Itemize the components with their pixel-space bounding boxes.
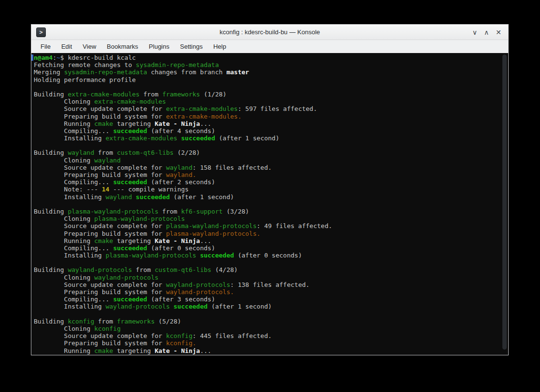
terminal-text-segment: : 138 files affected. (230, 281, 309, 288)
terminal-text-segment: (after 2 seconds) (147, 178, 215, 186)
terminal-text-segment: from (94, 318, 117, 325)
terminal-text-segment: Preparing build system for (34, 230, 166, 237)
terminal-text-segment: succeeded (200, 252, 234, 259)
terminal-text-segment: Building (34, 149, 68, 156)
terminal-text-segment: plasma-wayland-protocols (106, 252, 196, 259)
menu-bookmarks[interactable]: Bookmarks (101, 40, 143, 54)
terminal-text-segment: (2/28) (174, 149, 200, 156)
terminal-output-area[interactable]: n@am4:~$ kdesrc-build kcalcFetching remo… (31, 53, 508, 355)
terminal-text-segment: plasma-wayland-protocols (94, 215, 185, 222)
terminal-text-segment: extra-cmake-modules. (166, 113, 242, 120)
terminal-text-segment: frameworks (162, 91, 200, 98)
terminal-line: Running cmake targeting Kate - Ninja... (34, 237, 500, 244)
terminal-text-segment: kconfig (94, 325, 121, 332)
titlebar[interactable]: > kconfig : kdesrc-build-bu — Konsole ∨∧… (31, 25, 508, 40)
terminal-text-segment: targeting (113, 120, 154, 127)
terminal-text-segment: Kate - Ninja (154, 237, 200, 244)
menu-edit[interactable]: Edit (56, 40, 77, 54)
terminal-text-segment: Installing (34, 252, 106, 259)
terminal-text-segment: ~ (56, 54, 60, 61)
maximize-button[interactable]: ∧ (484, 29, 489, 36)
window-controls: ∨∧✕ (472, 29, 508, 36)
terminal-line: Building plasma-wayland-protocols from k… (34, 208, 500, 215)
terminal-text-segment: : 49 files affected. (257, 222, 332, 230)
terminal-line: Preparing build system for wayland-proto… (34, 288, 500, 296)
scrollbar-thumb[interactable] (502, 54, 507, 350)
terminal-line: Source update complete for extra-cmake-m… (34, 105, 500, 112)
terminal-text-segment: kconfig. (166, 339, 196, 347)
terminal-line: Installing wayland-protocols succeeded (… (34, 303, 500, 310)
terminal-text-segment: (4/28) (211, 266, 238, 273)
terminal-text-segment: succeeded (136, 193, 169, 201)
terminal-text-segment: Kate - Ninja (154, 120, 200, 127)
terminal-text-segment: custom-qt6-libs (117, 149, 173, 156)
terminal-text-segment: Cloning (34, 157, 94, 164)
terminal-line: Note: --- 14 --- compile warnings (34, 186, 500, 193)
menu-help[interactable]: Help (208, 40, 232, 54)
menu-view[interactable]: View (77, 40, 101, 54)
terminal-text-segment: Installing (34, 135, 106, 142)
terminal-line: Preparing build system for kconfig. (34, 339, 500, 347)
terminal-text-segment: wayland. (166, 171, 196, 178)
close-button[interactable]: ✕ (496, 29, 501, 36)
terminal-line: Installing extra-cmake-modules succeeded… (34, 135, 500, 142)
minimize-button[interactable]: ∨ (472, 29, 477, 36)
terminal-text-segment: from (158, 208, 181, 215)
terminal-line: Running cmake targeting Kate - Ninja... (34, 120, 500, 127)
terminal-text-segment: (after 1 second) (208, 303, 272, 310)
terminal-text-segment: succeeded (113, 127, 147, 135)
terminal-text-segment: sysadmin-repo-metadata (64, 68, 147, 76)
terminal-line: Source update complete for wayland-proto… (34, 281, 500, 288)
terminal-text-segment: custom-qt6-libs (154, 266, 211, 273)
menu-settings[interactable]: Settings (175, 40, 208, 54)
window-title: kconfig : kdesrc-build-bu — Konsole (31, 25, 508, 40)
terminal-line (34, 142, 500, 149)
terminal-text-segment: plasma-wayland-protocols (166, 222, 257, 230)
terminal-text-segment: frameworks (117, 318, 154, 325)
terminal-line: Fetching remote changes to sysadmin-repo… (34, 61, 500, 68)
terminal-line: Merging sysadmin-repo-metadata changes f… (34, 68, 500, 76)
terminal-text-segment: succeeded (113, 178, 147, 186)
terminal-text-segment: succeeded (181, 135, 215, 142)
terminal-text-segment: Cloning (34, 215, 94, 222)
terminal-text-segment: Source update complete for (34, 281, 166, 288)
terminal-text-segment: plasma-wayland-protocols. (166, 230, 261, 237)
terminal-text-segment: plasma-wayland-protocols (68, 208, 158, 215)
terminal-text-segment: Installing (34, 303, 106, 310)
terminal-text-segment: extra-cmake-modules (166, 105, 238, 112)
terminal-text-segment: Building (34, 318, 68, 325)
terminal-text-segment: Source update complete for (34, 105, 166, 112)
terminal-text-segment: (after 0 seconds) (147, 244, 215, 252)
terminal-text-segment: Compiling... (34, 296, 113, 303)
terminal-text-segment: succeeded (174, 303, 208, 310)
terminal-text-segment: ... (200, 237, 211, 244)
terminal-text-segment: wayland (106, 193, 132, 201)
terminal-text-segment: Cloning (34, 98, 94, 105)
terminal-line: Preparing build system for wayland. (34, 171, 500, 178)
terminal-text: n@am4:~$ kdesrc-build kcalcFetching remo… (34, 54, 500, 355)
terminal-text-segment: --- compile warnings (110, 186, 189, 193)
terminal-line: Source update complete for plasma-waylan… (34, 222, 500, 230)
terminal-text-segment: Cloning (34, 274, 94, 281)
menu-plugins[interactable]: Plugins (143, 40, 175, 54)
terminal-text-segment: wayland-protocols (68, 266, 132, 273)
menu-file[interactable]: File (35, 40, 56, 54)
terminal-line: Building extra-cmake-modules from framew… (34, 91, 500, 98)
terminal-text-segment: (after 1 second) (215, 135, 279, 142)
scrollbar[interactable] (501, 54, 508, 354)
terminal-text-segment: Merging (34, 68, 64, 76)
terminal-text-segment: wayland-protocols. (166, 288, 234, 296)
menubar: FileEditViewBookmarksPluginsSettingsHelp (31, 40, 508, 54)
terminal-text-segment: Building (34, 266, 68, 273)
terminal-text-segment: cmake (94, 237, 113, 244)
terminal-line: n@am4:~$ kdesrc-build kcalc (34, 54, 500, 61)
terminal-line: Building kconfig from frameworks (5/28) (34, 318, 500, 325)
terminal-text-segment: Compiling... (34, 178, 113, 186)
terminal-text-segment: master (226, 68, 249, 76)
terminal-text-segment: ... (200, 120, 211, 127)
terminal-text-segment: ... (200, 347, 211, 354)
terminal-prompt-icon: > (39, 29, 42, 36)
terminal-text-segment: sysadmin-repo-metadata (136, 61, 219, 68)
terminal-line: Source update complete for kconfig: 445 … (34, 332, 500, 339)
terminal-line: Holding performance profile (34, 76, 500, 83)
